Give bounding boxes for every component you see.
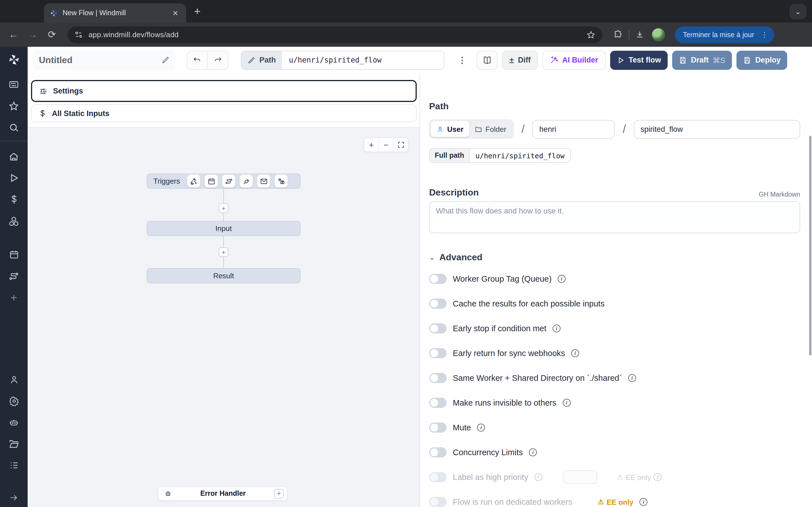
user-segment-button[interactable]: User — [431, 121, 469, 137]
window-chevron-down-icon[interactable]: ⌄ — [790, 4, 806, 19]
sidebar-item-schedules[interactable] — [0, 244, 28, 265]
info-icon[interactable]: i — [553, 325, 560, 332]
back-icon[interactable]: ← — [6, 27, 21, 43]
plus-minus-icon: ± — [509, 55, 514, 65]
sidebar-item-flows[interactable] — [0, 265, 28, 287]
settings-card[interactable]: Settings — [31, 80, 417, 102]
triggers-node[interactable]: Triggers — [147, 173, 301, 189]
info-icon[interactable]: i — [563, 399, 571, 407]
app-switcher-icon[interactable] — [0, 74, 28, 95]
info-icon[interactable]: i — [477, 424, 485, 432]
undo-button[interactable] — [187, 50, 207, 69]
site-info-icon[interactable] — [74, 31, 83, 39]
sidebar-item-user[interactable] — [0, 369, 28, 390]
windmill-logo-icon[interactable] — [8, 54, 20, 66]
reload-icon[interactable]: ⟳ — [44, 27, 60, 43]
early-stop-toggle[interactable] — [429, 323, 447, 334]
extensions-icon[interactable] — [613, 30, 623, 40]
undo-redo-group — [187, 50, 229, 69]
info-icon[interactable]: i — [535, 473, 543, 481]
sidebar-item-audit-logs[interactable] — [0, 455, 28, 476]
toggle-row-worker-group-tag: Worker Group Tag (Queue) i — [429, 272, 800, 286]
all-static-inputs-card[interactable]: All Static Inputs — [31, 104, 417, 122]
sidebar-item-settings[interactable] — [0, 390, 28, 412]
redo-button[interactable] — [207, 50, 229, 69]
search-icon[interactable] — [0, 117, 28, 138]
sidebar-item-workers[interactable] — [0, 412, 28, 433]
path-name-input[interactable] — [634, 120, 800, 138]
docs-button[interactable] — [477, 50, 498, 69]
info-icon[interactable]: i — [654, 473, 662, 481]
path-owner-input[interactable] — [532, 120, 615, 138]
cache-results-toggle[interactable] — [429, 298, 447, 309]
add-error-handler-button[interactable]: + — [274, 489, 284, 498]
websocket-trigger-icon[interactable] — [240, 175, 253, 187]
profile-avatar[interactable] — [651, 27, 666, 42]
panel-scrollbar[interactable] — [809, 136, 811, 355]
pencil-edit-icon[interactable] — [161, 56, 170, 64]
high-priority-toggle[interactable] — [429, 472, 447, 482]
address-bar[interactable]: app.windmill.dev/flows/add — [68, 26, 602, 43]
invisible-runs-toggle[interactable] — [429, 398, 447, 408]
new-tab-button[interactable]: + — [194, 6, 200, 17]
browser-tab[interactable]: New Flow | Windmill ✕ — [44, 3, 186, 22]
dedicated-workers-toggle[interactable] — [429, 497, 447, 507]
advanced-heading: Advanced — [439, 252, 483, 263]
info-icon[interactable]: i — [571, 349, 579, 357]
info-icon[interactable]: i — [558, 275, 566, 283]
mute-toggle[interactable] — [429, 422, 447, 433]
windmill-favicon — [50, 9, 58, 17]
test-flow-button[interactable]: Test flow — [610, 50, 668, 69]
sidebar-item-runs[interactable] — [0, 167, 28, 189]
toolbar-path-field[interactable]: Path u/henri/spirited_flow — [241, 50, 445, 69]
sidebar-item-folders[interactable] — [0, 433, 28, 455]
early-return-toggle[interactable] — [429, 348, 447, 358]
sidebar-item-add[interactable] — [0, 287, 28, 308]
priority-value-input[interactable] — [563, 470, 597, 484]
draft-button[interactable]: Draft ⌘S — [672, 50, 732, 69]
http-route-trigger-icon[interactable] — [222, 175, 235, 187]
description-textarea[interactable] — [429, 201, 800, 233]
ai-builder-button[interactable]: AI Builder — [543, 50, 606, 69]
sidebar-item-resources[interactable] — [0, 210, 28, 231]
scheduled-poll-trigger-icon[interactable] — [274, 175, 288, 187]
favorites-star-icon[interactable] — [0, 95, 28, 117]
info-icon[interactable]: i — [529, 448, 537, 456]
toolbar-path-value[interactable]: u/henri/spirited_flow — [282, 51, 444, 69]
webhook-trigger-icon[interactable] — [187, 175, 200, 187]
zoom-in-button[interactable]: + — [364, 138, 379, 152]
folder-segment-button[interactable]: Folder — [469, 121, 512, 137]
deploy-button[interactable]: Deploy — [737, 50, 788, 69]
advanced-section-toggle[interactable]: ⌄ Advanced — [429, 252, 800, 263]
sidebar-expand-icon[interactable] — [0, 493, 28, 503]
diff-button[interactable]: ± Diff — [502, 50, 538, 69]
browser-menu-kebab-icon[interactable]: ⋮ — [759, 31, 771, 39]
path-separator: / — [522, 122, 525, 135]
result-node[interactable]: Result — [147, 268, 301, 283]
zoom-out-button[interactable]: − — [379, 138, 394, 152]
error-handler-node[interactable]: Error Handler + — [158, 486, 288, 501]
worker-group-tag-toggle[interactable] — [429, 274, 447, 284]
email-trigger-icon[interactable] — [257, 175, 270, 187]
info-icon[interactable]: i — [628, 374, 636, 382]
full-path-label: Full path — [430, 149, 470, 162]
sidebar-item-variables[interactable] — [0, 189, 28, 210]
same-worker-toggle[interactable] — [429, 373, 447, 383]
insert-step-button[interactable]: + — [219, 203, 229, 213]
more-options-kebab-icon[interactable]: ⋮ — [453, 55, 472, 65]
fit-view-button[interactable] — [394, 138, 408, 152]
concurrency-limits-toggle[interactable] — [429, 447, 447, 457]
sidebar-item-home[interactable] — [0, 146, 28, 167]
schedule-trigger-icon[interactable] — [205, 175, 218, 187]
insert-step-button[interactable]: + — [219, 247, 229, 257]
flow-canvas[interactable]: + − Triggers — [28, 127, 419, 507]
update-browser-button[interactable]: Terminer la mise à jour ⋮ — [675, 26, 774, 43]
app-sidebar — [0, 47, 28, 507]
flow-name-input[interactable]: Untitled — [33, 50, 175, 69]
tab-close-icon[interactable]: ✕ — [170, 8, 181, 18]
bookmark-star-icon[interactable] — [587, 30, 596, 39]
download-icon[interactable] — [635, 30, 645, 40]
info-icon[interactable]: i — [640, 498, 648, 506]
forward-icon[interactable]: → — [25, 27, 41, 43]
input-node[interactable]: Input — [147, 221, 301, 236]
